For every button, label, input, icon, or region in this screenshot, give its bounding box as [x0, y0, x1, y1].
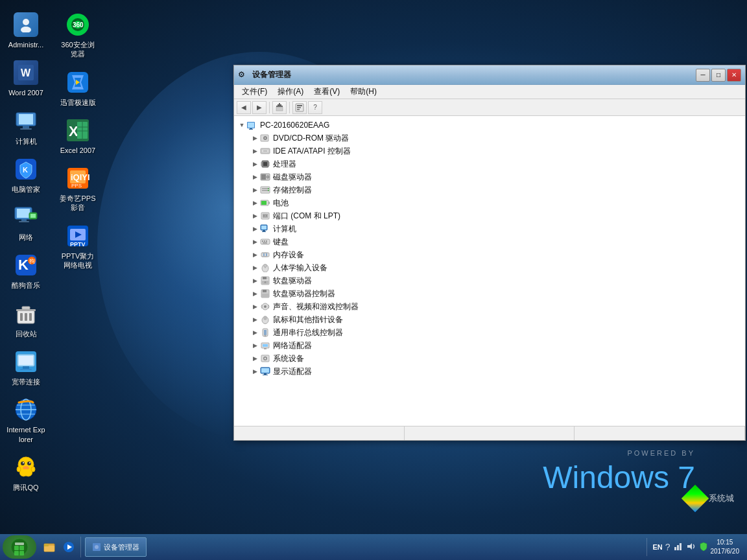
tray-lang[interactable]: EN [652, 543, 662, 551]
tree-item-14[interactable]: ▶ 鼠标和其他指针设备 [247, 313, 745, 326]
close-button[interactable]: ✕ [727, 69, 741, 82]
tree-item-11[interactable]: ▶ 软盘驱动器 [247, 274, 745, 287]
tray-shield[interactable] [699, 542, 708, 553]
tree-item-2[interactable]: ▶ 处理器 [247, 158, 745, 170]
toolbar-back[interactable]: ◀ [237, 101, 251, 114]
tree-expand-18[interactable]: ▶ [250, 366, 260, 377]
tree-expand-8[interactable]: ▶ [250, 237, 260, 247]
desktop-icon-word[interactable]: W Word 2007 [0, 54, 52, 102]
toolbar-help[interactable]: ? [308, 101, 322, 114]
desktop-icon-kuaigou[interactable]: K 狗 酷狗音乐 [0, 247, 52, 295]
minimize-button[interactable]: ─ [696, 69, 710, 82]
win7-text: Windows 7 [543, 460, 695, 495]
window-toolbar: ◀ ▶ ? [234, 99, 745, 116]
xunlei-icon [65, 69, 91, 95]
maximize-button[interactable]: □ [711, 69, 726, 82]
tree-icon-dvd [260, 133, 270, 143]
svg-text:PPS: PPS [71, 183, 82, 189]
desktop-icon-admin[interactable]: Administr... [0, 6, 52, 54]
toolbar-forward[interactable]: ▶ [252, 101, 267, 114]
tree-label-2: 处理器 [273, 159, 296, 170]
desktop-icon-xunlei[interactable]: 迅雷极速版 [52, 64, 104, 112]
tree-item-0[interactable]: ▶ DVD/CD-ROM 驱动器 [247, 132, 745, 145]
menu-view[interactable]: 查看(V) [309, 85, 345, 99]
tray-question[interactable]: ? [665, 542, 670, 552]
tree-expand-12[interactable]: ▶ [250, 288, 260, 299]
window-titlebar[interactable]: ⚙ 设备管理器 ─ □ ✕ [234, 65, 745, 85]
tree-expand-11[interactable]: ▶ [250, 275, 260, 286]
tree-icon-memory [260, 250, 270, 260]
tree-item-4[interactable]: ▶ 存储控制器 [247, 183, 745, 196]
tree-item-16[interactable]: ▶ 网络适配器 [247, 339, 745, 352]
svg-point-99 [268, 190, 269, 191]
tree-expand-3[interactable]: ▶ [250, 172, 260, 182]
network-icon [13, 204, 39, 230]
tree-item-7[interactable]: ▶ 计算机 [247, 222, 745, 235]
menu-help[interactable]: 帮助(H) [345, 85, 382, 99]
desktop-icon-ie[interactable]: Internet Explorer [0, 391, 52, 449]
tree-expand-root[interactable]: ▼ [237, 120, 247, 130]
desktop-icon-pps[interactable]: iQIYI PPS 姜奇艺PPS影音 [52, 160, 104, 218]
tree-expand-15[interactable]: ▶ [250, 327, 260, 338]
tree-expand-13[interactable]: ▶ [250, 301, 260, 312]
tree-item-13[interactable]: ▶ 声音、视频和游戏控制器 [247, 300, 745, 313]
tree-expand-14[interactable]: ▶ [250, 314, 260, 325]
desktop-icon-broadband[interactable]: 宽带连接 [0, 344, 52, 391]
tree-icon-audio [260, 301, 270, 312]
menu-action[interactable]: 操作(A) [272, 85, 309, 99]
start-button[interactable] [3, 535, 36, 559]
tree-item-3[interactable]: ▶ 磁盘驱动器 [247, 170, 745, 183]
tree-item-8[interactable]: ▶ 键盘 [247, 235, 745, 248]
desktop-icon-network[interactable]: 网络 [0, 199, 52, 247]
menu-file[interactable]: 文件(F) [237, 85, 272, 99]
tree-root-item[interactable]: ▼ PC-20160620EAAG [234, 119, 745, 132]
tree-expand-10[interactable]: ▶ [250, 262, 260, 273]
tree-expand-1[interactable]: ▶ [250, 146, 260, 156]
svg-rect-68 [279, 103, 280, 104]
network-label: 网络 [19, 233, 33, 242]
svg-rect-121 [263, 256, 263, 257]
desktop-icon-excel[interactable]: X Excel 2007 [52, 112, 104, 160]
desktop-icon-pcmanager[interactable]: K 电脑管家 [0, 151, 52, 199]
toolbar-up[interactable] [272, 101, 287, 114]
desktop-icon-recycle[interactable]: 回收站 [0, 296, 52, 344]
tree-expand-5[interactable]: ▶ [250, 198, 260, 208]
tree-item-12[interactable]: ▶ 软盘驱动器控制器 [247, 287, 745, 300]
tree-expand-6[interactable]: ▶ [250, 211, 260, 221]
tree-item-5[interactable]: ▶ 电池 [247, 196, 745, 209]
tree-item-17[interactable]: ▶ 系统设备 [247, 352, 745, 365]
tree-expand-16[interactable]: ▶ [250, 340, 260, 351]
quick-explorer[interactable] [40, 538, 58, 556]
tree-item-10[interactable]: ▶ 人体学输入设备 [247, 261, 745, 274]
desktop-icon-pptv[interactable]: PPTV PPTV聚力 网络电视 [52, 218, 104, 275]
device-manager-window: ⚙ 设备管理器 ─ □ ✕ 文件(F) 操作(A) 查看(V) 帮助(H) ◀ … [233, 65, 746, 441]
quick-media[interactable] [60, 538, 78, 556]
svg-rect-115 [263, 242, 267, 244]
desktop-icon-qq[interactable]: 腾讯QQ [0, 449, 52, 497]
desktop-icon-area: Administr... W Word 2007 [0, 6, 104, 497]
tree-expand-9[interactable]: ▶ [250, 250, 260, 260]
tree-item-9[interactable]: ▶ 内存设备 [247, 248, 745, 261]
window-menubar: 文件(F) 操作(A) 查看(V) 帮助(H) [234, 85, 745, 99]
tray-volume[interactable] [686, 542, 696, 553]
tree-item-6[interactable]: ▶ 端口 (COM 和 LPT) [247, 209, 745, 222]
tree-expand-7[interactable]: ▶ [250, 224, 260, 234]
tree-item-1[interactable]: ▶ IDE ATA/ATAPI 控制器 [247, 145, 745, 158]
tree-expand-2[interactable]: ▶ [250, 159, 260, 169]
svg-rect-25 [22, 307, 30, 309]
svg-rect-22 [25, 313, 27, 321]
tree-expand-17[interactable]: ▶ [250, 353, 260, 364]
toolbar-properties[interactable] [292, 101, 307, 114]
tree-expand-0[interactable]: ▶ [250, 133, 260, 143]
tray-network[interactable] [673, 542, 683, 553]
tree-item-18[interactable]: ▶ 显示适配器 [247, 365, 745, 378]
tree-item-15[interactable]: ▶ 通用串行总线控制器 [247, 326, 745, 339]
tray-clock[interactable]: 10:15 2017/6/20 [711, 538, 740, 556]
svg-rect-30 [20, 369, 32, 370]
desktop-icon-360browser[interactable]: 360 360安全浏览器 [52, 6, 104, 64]
tree-icon-battery [260, 198, 270, 208]
tree-expand-4[interactable]: ▶ [250, 185, 260, 195]
window-tree-content[interactable]: ▼ PC-20160620EAAG ▶ DVD/CD-ROM 驱动器 ▶ [234, 116, 745, 426]
desktop-icon-computer[interactable]: 计算机 [0, 103, 52, 151]
taskbar-item-devmgr[interactable]: 设备管理器 [85, 537, 147, 557]
